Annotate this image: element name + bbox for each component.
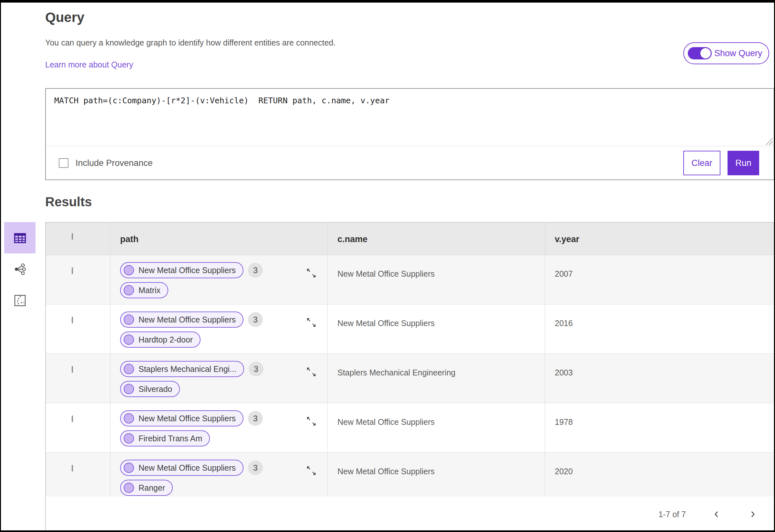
toggle-switch-icon[interactable] xyxy=(688,47,712,59)
query-panel: MATCH path=(c:Company)-[r*2]-(v:Vehicle)… xyxy=(45,88,774,180)
page-title: Query xyxy=(45,10,84,25)
vyear-cell: 2020 xyxy=(545,453,774,496)
show-query-label: Show Query xyxy=(714,48,762,58)
include-provenance-checkbox[interactable] xyxy=(59,158,68,168)
cname-cell: Staplers Mechanical Engineering xyxy=(328,354,545,403)
expand-path-icon[interactable] xyxy=(305,267,317,279)
path-hop-count-badge: 3 xyxy=(248,263,263,278)
path-end-node-pill[interactable]: Matrix xyxy=(120,282,168,298)
node-dot-icon xyxy=(124,314,134,325)
path-hop-count-badge: 3 xyxy=(248,312,263,327)
previous-page-button[interactable] xyxy=(711,509,722,520)
vyear-cell: 2007 xyxy=(545,255,774,304)
path-start-label: Staplers Mechanical Engi... xyxy=(138,364,236,374)
path-start-node-pill[interactable]: Staplers Mechanical Engi... xyxy=(120,361,244,377)
node-dot-icon xyxy=(124,265,134,275)
path-end-node-pill[interactable]: Ranger xyxy=(120,480,173,496)
next-page-button[interactable] xyxy=(747,509,758,520)
path-end-node-pill[interactable]: Firebird Trans Am xyxy=(120,430,210,446)
node-dot-icon xyxy=(124,384,134,394)
row-checkbox[interactable] xyxy=(72,317,73,323)
expand-path-icon[interactable] xyxy=(305,415,317,427)
path-end-node-pill[interactable]: Hardtop 2-door xyxy=(120,332,200,348)
vyear-cell: 1978 xyxy=(545,403,774,452)
cname-cell: New Metal Office Suppliers xyxy=(328,304,545,353)
resize-grip-icon[interactable] xyxy=(766,138,773,145)
path-hop-count-badge: 3 xyxy=(248,460,263,475)
include-provenance-control[interactable]: Include Provenance xyxy=(59,158,153,168)
view-switcher xyxy=(4,222,36,316)
path-end-node-pill[interactable]: Silverado xyxy=(120,381,180,397)
node-dot-icon xyxy=(124,364,134,374)
path-start-node-pill[interactable]: New Metal Office Suppliers xyxy=(120,312,243,328)
include-provenance-label: Include Provenance xyxy=(76,158,153,168)
cname-cell: New Metal Office Suppliers xyxy=(328,453,545,496)
path-end-label: Hardtop 2-door xyxy=(138,335,193,344)
run-button[interactable]: Run xyxy=(728,151,759,175)
path-end-label: Silverado xyxy=(138,384,172,394)
table-row: New Metal Office Suppliers 3 Firebird Tr… xyxy=(46,403,774,453)
node-dot-icon xyxy=(124,433,134,444)
path-end-label: Firebird Trans Am xyxy=(138,434,202,443)
expand-path-icon[interactable] xyxy=(305,317,317,328)
column-header-cname[interactable]: c.name xyxy=(328,223,545,255)
query-text[interactable]: MATCH path=(c:Company)-[r*2]-(v:Vehicle)… xyxy=(54,96,390,105)
row-checkbox[interactable] xyxy=(72,465,73,472)
path-start-node-pill[interactable]: New Metal Office Suppliers xyxy=(120,410,243,426)
table-icon xyxy=(13,231,27,245)
table-header: path c.name v.year xyxy=(46,223,774,255)
row-checkbox[interactable] xyxy=(72,415,73,422)
expand-path-icon[interactable] xyxy=(305,465,317,476)
results-table: path c.name v.year New Metal Office Supp… xyxy=(45,222,774,530)
table-view-button[interactable] xyxy=(4,222,36,253)
path-start-node-pill[interactable]: New Metal Office Suppliers xyxy=(120,460,243,476)
path-start-label: New Metal Office Suppliers xyxy=(138,315,236,324)
path-end-label: Matrix xyxy=(138,286,160,295)
select-all-checkbox[interactable] xyxy=(72,233,73,240)
query-footer: Include Provenance Clear Run xyxy=(46,146,774,180)
query-page: Query You can query a knowledge graph to… xyxy=(1,3,774,530)
path-hop-count-badge: 3 xyxy=(248,411,263,426)
table-row: Staplers Mechanical Engi... 3 Silverado xyxy=(46,354,774,403)
node-dot-icon xyxy=(124,413,134,424)
vyear-cell: 2016 xyxy=(545,304,774,353)
map-icon xyxy=(14,294,26,307)
map-view-button[interactable] xyxy=(4,285,36,316)
cname-cell: New Metal Office Suppliers xyxy=(328,403,545,452)
cname-cell: New Metal Office Suppliers xyxy=(328,255,545,304)
learn-more-link[interactable]: Learn more about Query xyxy=(45,60,133,69)
show-query-toggle[interactable]: Show Query xyxy=(683,42,769,64)
query-editor[interactable]: MATCH path=(c:Company)-[r*2]-(v:Vehicle)… xyxy=(46,89,774,146)
column-header-vyear[interactable]: v.year xyxy=(545,223,774,255)
clear-button[interactable]: Clear xyxy=(683,151,720,175)
path-start-label: New Metal Office Suppliers xyxy=(138,414,236,423)
node-dot-icon xyxy=(124,334,134,345)
node-dot-icon xyxy=(124,285,134,295)
table-footer: 1-7 of 7 xyxy=(46,496,774,530)
expand-path-icon[interactable] xyxy=(305,366,317,378)
path-hop-count-badge: 3 xyxy=(249,362,263,376)
table-body: New Metal Office Suppliers 3 Matrix Ne xyxy=(46,255,774,496)
table-row: New Metal Office Suppliers 3 Matrix Ne xyxy=(46,255,774,304)
column-header-path[interactable]: path xyxy=(110,223,328,255)
graph-view-button[interactable] xyxy=(4,253,36,285)
vyear-cell: 2003 xyxy=(545,354,774,403)
table-row: New Metal Office Suppliers 3 Hardtop 2-d… xyxy=(46,304,774,354)
page-description: You can query a knowledge graph to ident… xyxy=(45,38,335,47)
table-row: New Metal Office Suppliers 3 Ranger Ne xyxy=(46,453,774,496)
path-start-node-pill[interactable]: New Metal Office Suppliers xyxy=(120,262,243,278)
toggle-knob xyxy=(700,48,711,58)
row-checkbox[interactable] xyxy=(72,366,73,373)
node-dot-icon xyxy=(124,483,134,493)
node-dot-icon xyxy=(124,463,134,473)
pagination-range: 1-7 of 7 xyxy=(658,510,686,519)
path-end-label: Ranger xyxy=(138,483,165,493)
graph-icon xyxy=(14,263,26,276)
path-start-label: New Metal Office Suppliers xyxy=(138,463,236,473)
path-start-label: New Metal Office Suppliers xyxy=(138,266,236,275)
row-checkbox[interactable] xyxy=(72,267,73,274)
results-title: Results xyxy=(45,195,92,209)
